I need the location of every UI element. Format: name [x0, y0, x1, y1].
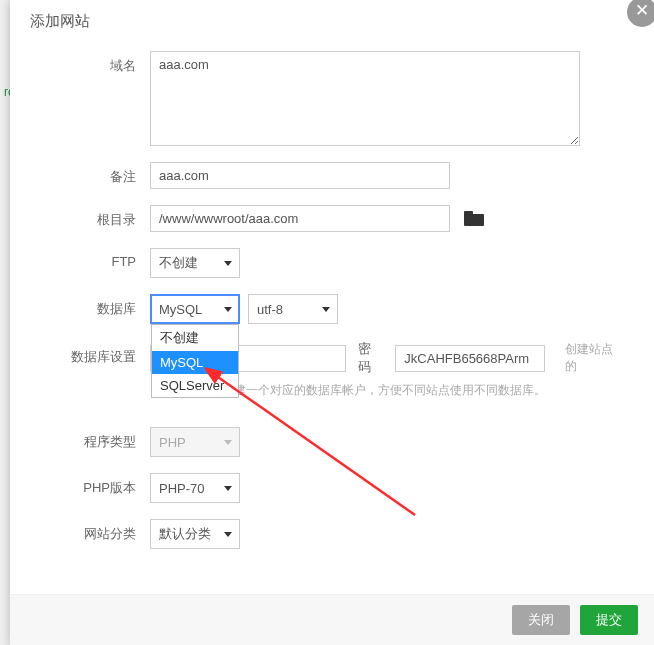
program-select-value: PHP: [159, 435, 186, 450]
root-label: 根目录: [70, 205, 150, 229]
ftp-select-value: 不创建: [159, 254, 198, 272]
domain-label: 域名: [70, 51, 150, 75]
db-option-none[interactable]: 不创建: [152, 325, 238, 351]
dbset-side-hint: 创建站点的: [565, 341, 624, 375]
close-button[interactable]: 关闭: [512, 605, 570, 635]
category-select-value: 默认分类: [159, 525, 211, 543]
program-select: PHP: [150, 427, 240, 457]
charset-select[interactable]: utf-8: [248, 294, 338, 324]
dbset-pwd-label: 密码: [354, 340, 387, 376]
dbset-pwd-input[interactable]: [395, 345, 545, 372]
db-option-sqlserver[interactable]: SQLServer: [152, 374, 238, 397]
remark-label: 备注: [70, 162, 150, 186]
category-label: 网站分类: [70, 519, 150, 543]
modal-close-button[interactable]: ✕: [627, 0, 654, 27]
dbset-label: 数据库设置: [70, 340, 150, 366]
db-option-mysql[interactable]: MySQL: [152, 351, 238, 374]
submit-button[interactable]: 提交: [580, 605, 638, 635]
folder-icon[interactable]: [464, 211, 484, 227]
root-input[interactable]: [150, 205, 450, 232]
phpver-select-value: PHP-70: [159, 481, 205, 496]
domain-input[interactable]: aaa.com: [150, 51, 580, 146]
phpver-select[interactable]: PHP-70: [150, 473, 240, 503]
charset-select-value: utf-8: [257, 302, 283, 317]
add-site-modal: ✕ 添加网站 域名 aaa.com 备注 根目录 FTP 不创建: [10, 0, 654, 645]
ftp-label: FTP: [70, 248, 150, 269]
program-label: 程序类型: [70, 427, 150, 451]
ftp-select[interactable]: 不创建: [150, 248, 240, 278]
modal-footer: 关闭 提交: [10, 594, 654, 645]
db-select-value: MySQL: [159, 302, 202, 317]
phpver-label: PHP版本: [70, 473, 150, 497]
db-select[interactable]: MySQL 不创建 MySQL SQLServer: [150, 294, 240, 324]
db-select-dropdown: 不创建 MySQL SQLServer: [151, 324, 239, 398]
remark-input[interactable]: [150, 162, 450, 189]
db-label: 数据库: [70, 294, 150, 318]
modal-body: 域名 aaa.com 备注 根目录 FTP 不创建 数据库: [10, 41, 654, 575]
category-select[interactable]: 默认分类: [150, 519, 240, 549]
modal-title: 添加网站: [10, 0, 654, 41]
